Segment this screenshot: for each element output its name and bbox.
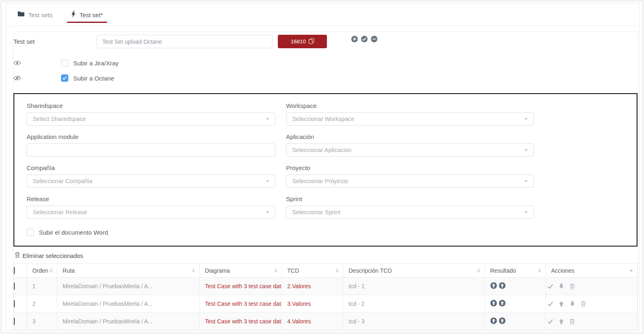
- tab-test-set-label: Test set*: [79, 11, 103, 18]
- aplicacion-label: Aplicación: [286, 133, 534, 141]
- cell-tcd: 3.Valores: [282, 300, 343, 307]
- table-row: 1 MirelaDomain / PruebasMirela / A... Te…: [14, 278, 637, 295]
- plus-circle-icon[interactable]: [351, 36, 358, 43]
- compania-select[interactable]: Seleccionar Compañia: [27, 175, 275, 188]
- test-set-panel: Test set 16810: [13, 31, 638, 331]
- octane-option-row: Subir a Octane: [14, 74, 637, 82]
- chevron-down-icon: [266, 180, 269, 182]
- arrow-up-circle-icon[interactable]: [490, 282, 497, 290]
- octane-form-grid: Sharedspace Select Sharedspace Workspace…: [27, 102, 624, 226]
- arrow-down-icon[interactable]: [558, 283, 564, 289]
- octane-checkbox[interactable]: [61, 74, 68, 82]
- tab-test-sets-label: Test sets: [28, 11, 52, 18]
- header-diagrama: Diagrama: [205, 267, 230, 274]
- cell-descripcion: tcd - 1: [343, 283, 484, 289]
- delete-selected-label: Eliminar seleccionados: [23, 253, 83, 259]
- aplicacion-select[interactable]: Seleccionar Aplicacion: [286, 143, 534, 157]
- check-icon[interactable]: [547, 319, 553, 324]
- jira-option-row: Subir a Jira/Xray: [14, 59, 637, 67]
- word-checkbox[interactable]: [27, 229, 34, 236]
- check-icon[interactable]: [547, 301, 553, 307]
- sort-icon[interactable]: [50, 269, 53, 273]
- field-sprint: Sprint Seleccionar Sprint: [286, 195, 534, 219]
- sharedspace-select[interactable]: Select Sharedspace: [27, 112, 275, 126]
- field-release: Release Seleccionar Release: [27, 195, 275, 219]
- tab-test-sets[interactable]: Test sets: [15, 4, 55, 26]
- main-card: Test sets Test set* Test set 16810: [6, 3, 640, 331]
- row-checkbox[interactable]: [14, 318, 15, 325]
- row-checkbox[interactable]: [14, 300, 15, 307]
- header-descripcion-tcd: Descripción TCD: [349, 267, 392, 274]
- field-proyecto: Proyecto Seleccionar Proyecto: [286, 164, 534, 188]
- test-set-name-input[interactable]: [97, 35, 272, 48]
- sort-icon[interactable]: [477, 269, 480, 273]
- test-set-label: Test set: [14, 38, 97, 45]
- cell-descripcion: tcd - 2: [343, 300, 484, 307]
- folder-icon: [18, 11, 25, 18]
- release-label: Release: [27, 195, 275, 203]
- chevron-down-icon: [525, 149, 528, 151]
- compania-placeholder: Seleccionar Compañia: [33, 178, 266, 184]
- aplicacion-placeholder: Seleccionar Aplicacion: [292, 147, 525, 153]
- word-checkbox-label: Subir el documento Word: [39, 229, 108, 236]
- eye-off-icon[interactable]: [14, 75, 22, 81]
- octane-checkbox-label: Subir a Octane: [73, 75, 114, 82]
- page-frame: Test sets Test set* Test set 16810: [1, 1, 643, 333]
- cell-diagrama: Test Case with 3 test case data: [200, 318, 281, 325]
- chevron-down-icon: [266, 211, 269, 213]
- application-module-label: Application module: [27, 133, 275, 141]
- select-all-checkbox[interactable]: [14, 267, 15, 274]
- content-area: Test set 16810: [6, 26, 639, 331]
- workspace-placeholder: Seleccionar Workspace: [292, 116, 525, 122]
- field-workspace: Workspace Seleccionar Workspace: [286, 102, 534, 126]
- application-module-input[interactable]: [27, 143, 275, 157]
- trash-icon: [15, 252, 20, 260]
- header-ruta: Ruta: [63, 267, 75, 274]
- cell-ruta: MirelaDomain / PruebasMirela / A...: [57, 318, 199, 325]
- header-orden: Orden: [32, 267, 48, 274]
- sprint-select[interactable]: Seleccionar Sprint: [286, 206, 534, 219]
- proyecto-label: Proyecto: [286, 164, 534, 172]
- sort-icon[interactable]: [538, 269, 541, 273]
- arrow-up-circle-icon[interactable]: [499, 300, 506, 308]
- sprint-label: Sprint: [286, 195, 534, 203]
- sort-icon[interactable]: [274, 269, 277, 273]
- check-circle-icon[interactable]: [361, 36, 368, 43]
- table-row: 3 MirelaDomain / PruebasMirela / A... Te…: [14, 313, 637, 330]
- field-compania: Compañía Seleccionar Compañia: [27, 164, 275, 188]
- cell-orden: 1: [27, 283, 57, 289]
- cell-diagrama: Test Case with 3 test case data: [200, 300, 281, 307]
- sprint-placeholder: Seleccionar Sprint: [292, 209, 525, 215]
- header-resultado: Resultado: [490, 267, 516, 274]
- arrow-up-circle-icon[interactable]: [499, 317, 506, 325]
- sort-icon[interactable]: [336, 269, 339, 273]
- row-checkbox[interactable]: [14, 282, 15, 290]
- cell-orden: 3: [27, 318, 57, 325]
- trash-icon[interactable]: [570, 283, 575, 289]
- check-icon[interactable]: [547, 284, 553, 289]
- proyecto-select[interactable]: Seleccionar Proyecto: [286, 175, 534, 188]
- arrow-down-icon[interactable]: [570, 301, 575, 307]
- workspace-select[interactable]: Seleccionar Workspace: [286, 112, 534, 126]
- arrow-up-icon[interactable]: [558, 301, 564, 307]
- delete-selected-button[interactable]: Eliminar seleccionados: [14, 252, 637, 260]
- jira-checkbox[interactable]: [61, 59, 68, 67]
- badge-value: 16810: [290, 38, 306, 45]
- cell-tcd: 2.Valores: [282, 283, 343, 289]
- arrow-up-icon[interactable]: [558, 318, 564, 324]
- eye-icon[interactable]: [14, 61, 22, 65]
- proyecto-placeholder: Seleccionar Proyecto: [292, 178, 525, 184]
- arrow-up-circle-icon[interactable]: [490, 317, 497, 325]
- sort-asc-icon[interactable]: [630, 269, 633, 271]
- trash-icon[interactable]: [581, 301, 586, 307]
- minus-circle-icon[interactable]: [371, 36, 378, 43]
- sort-icon[interactable]: [192, 269, 195, 273]
- test-set-row: Test set 16810: [14, 35, 637, 48]
- arrow-up-circle-icon[interactable]: [490, 300, 497, 308]
- trash-icon[interactable]: [570, 318, 575, 325]
- arrow-up-circle-icon[interactable]: [499, 282, 506, 290]
- test-set-id-badge[interactable]: 16810: [278, 35, 327, 48]
- copy-icon: [308, 38, 314, 45]
- release-select[interactable]: Seleccionar Release: [27, 206, 275, 219]
- tab-test-set[interactable]: Test set*: [69, 4, 106, 26]
